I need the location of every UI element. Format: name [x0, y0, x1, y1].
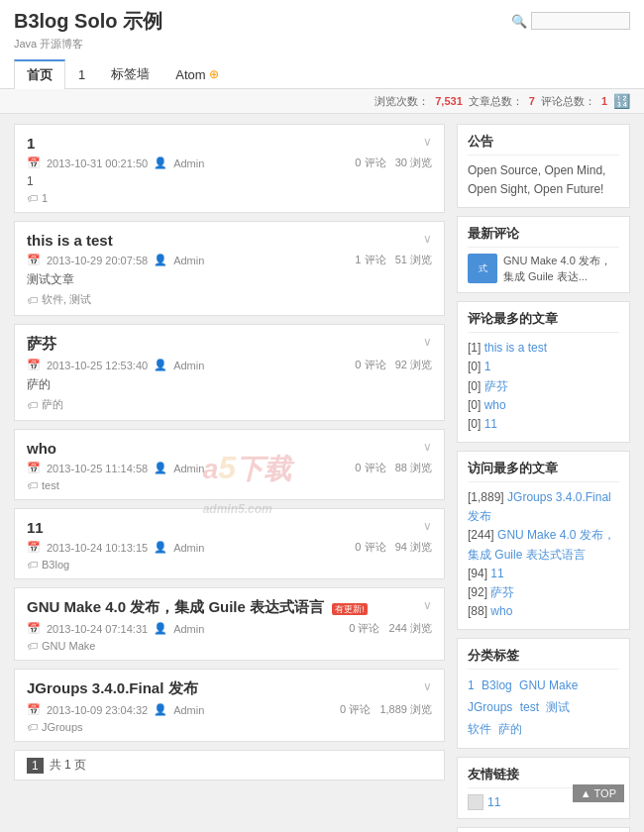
sidebar-most-viewed: 访问最多的文章 [1,889] JGroups 3.4.0.Final 发布 […: [457, 451, 630, 630]
post-author: Admin: [173, 623, 204, 635]
post-title-link[interactable]: this is a test: [27, 232, 113, 249]
post-author: Admin: [173, 255, 204, 266]
search-input[interactable]: [531, 12, 630, 30]
most-comment-link[interactable]: this is a test: [484, 341, 547, 355]
most-comment-link[interactable]: 萨芬: [484, 379, 508, 393]
tag-icon: 🏷: [27, 559, 38, 571]
collapse-arrow[interactable]: ∨: [423, 335, 432, 358]
views-count: 7,531: [435, 95, 463, 107]
post-tags: 🏷 软件, 测试: [27, 292, 432, 307]
post-item: JGroups 3.4.0.Final 发布 ∨ 📅 2013-10-09 23…: [14, 669, 445, 742]
most-comment-link[interactable]: who: [484, 398, 506, 412]
recent-comment-item: 式 GNU Make 4.0 发布，集成 Guile 表达...: [468, 254, 619, 284]
post-date: 2013-10-24 07:14:31: [47, 623, 148, 635]
post-item: 11 ∨ 📅 2013-10-24 10:13:15 👤 Admin 0 评论 …: [14, 508, 445, 579]
content-area: 1 ∨ 📅 2013-10-31 00:21:50 👤 Admin 0 评论 3…: [14, 124, 445, 832]
tag-link[interactable]: 测试: [546, 700, 570, 714]
post-excerpt: 测试文章: [27, 271, 432, 288]
user-icon: 👤: [154, 703, 167, 716]
list-item: [0] who: [468, 396, 619, 415]
collapse-arrow[interactable]: ∨: [423, 679, 432, 702]
post-title-link[interactable]: 1: [27, 135, 35, 152]
search-icon: 🔍: [511, 14, 527, 29]
post-title: 11: [27, 519, 44, 536]
stats-bar: 浏览次数： 7,531 文章总数： 7 评论总数： 1 🔢: [0, 89, 644, 114]
tag-link[interactable]: GNU Make: [519, 678, 578, 692]
post-author: Admin: [173, 463, 204, 474]
collapse-arrow[interactable]: ∨: [423, 519, 432, 540]
top-button[interactable]: ▲ TOP: [573, 784, 624, 802]
most-viewed-link[interactable]: 萨芬: [490, 585, 514, 599]
list-item: [0] 11: [468, 415, 619, 434]
nav-item-1[interactable]: 1: [65, 61, 98, 87]
most-comment-link[interactable]: 1: [484, 360, 491, 373]
post-title-link[interactable]: JGroups 3.4.0.Final 发布: [27, 679, 198, 696]
post-date: 2013-10-29 20:07:58: [47, 255, 148, 266]
cal-icon: 📅: [27, 254, 41, 266]
post-meta: 📅 2013-10-24 10:13:15 👤 Admin 0 评论 94 浏览: [27, 540, 432, 555]
collapse-arrow[interactable]: ∨: [423, 135, 432, 156]
nav-item-atom[interactable]: Atom ⊕: [162, 61, 231, 87]
post-author: Admin: [173, 542, 204, 554]
post-author: Admin: [173, 157, 204, 169]
post-item: 1 ∨ 📅 2013-10-31 00:21:50 👤 Admin 0 评论 3…: [14, 124, 445, 213]
post-stats: 0 评论 244 浏览: [349, 621, 432, 636]
current-page[interactable]: 1: [27, 758, 44, 774]
post-date: 2013-10-25 11:14:58: [47, 463, 148, 474]
post-item: who ∨ 📅 2013-10-25 11:14:58 👤 Admin 0 评论…: [14, 429, 445, 500]
tag-link[interactable]: JGroups: [468, 700, 512, 714]
tag-icon: 🏷: [27, 192, 38, 204]
nav-item-home[interactable]: 首页: [14, 59, 65, 89]
nav-item-tags[interactable]: 标签墙: [98, 59, 162, 88]
comment-text: GNU Make 4.0 发布，集成 Guile 表达...: [503, 254, 619, 284]
nav-bar: 首页 1 标签墙 Atom ⊕: [14, 59, 630, 88]
post-title-link[interactable]: who: [27, 440, 56, 457]
post-stats: 0 评论 94 浏览: [355, 540, 432, 555]
sidebar-announcement: 公告 Open Source, Open Mind,Open Sight, Op…: [457, 124, 630, 208]
post-title-link[interactable]: 11: [27, 519, 44, 536]
most-comments-list: [1] this is a test [0] 1 [0] 萨芬 [0] who …: [468, 339, 619, 434]
post-excerpt: 萨的: [27, 376, 432, 393]
tag-link[interactable]: B3log: [482, 678, 512, 692]
collapse-arrow[interactable]: ∨: [423, 232, 432, 253]
cal-icon: 📅: [27, 359, 41, 371]
list-item: [94] 11: [468, 565, 619, 583]
sidebar-announcement-title: 公告: [468, 133, 619, 156]
cal-icon: 📅: [27, 462, 41, 474]
sidebar-tags: 分类标签 1 B3log GNU Make JGroups test 测试 软件…: [457, 638, 630, 749]
friend-icon: [468, 794, 483, 810]
post-author: Admin: [173, 360, 204, 371]
comment-avatar: 式: [468, 254, 497, 283]
comments-count: 1: [601, 95, 607, 107]
sidebar-recent-comment-title: 最新评论: [468, 225, 619, 248]
sidebar-most-viewed-title: 访问最多的文章: [468, 460, 619, 482]
cal-icon: 📅: [27, 703, 41, 716]
tag-link[interactable]: 1: [468, 678, 475, 692]
most-viewed-link[interactable]: who: [490, 604, 512, 618]
tag-link[interactable]: 软件: [468, 722, 491, 736]
collapse-arrow[interactable]: ∨: [423, 440, 432, 461]
most-viewed-link[interactable]: 11: [490, 567, 503, 580]
most-viewed-list: [1,889] JGroups 3.4.0.Final 发布 [244] GNU…: [468, 488, 619, 621]
post-title-link[interactable]: 萨芬: [27, 335, 56, 352]
post-tags: 🏷 JGroups: [27, 721, 432, 733]
post-tags: 🏷 1: [27, 192, 432, 204]
post-tags: 🏷 萨的: [27, 397, 432, 412]
tag-link[interactable]: test: [520, 700, 539, 714]
articles-label: 文章总数：: [469, 94, 523, 109]
post-title: this is a test: [27, 232, 113, 249]
sidebar-announcement-content: Open Source, Open Mind,Open Sight, Open …: [468, 161, 619, 199]
post-stats: 0 评论 1,889 浏览: [340, 702, 432, 717]
tag-icon: 🏷: [27, 399, 38, 411]
collapse-arrow[interactable]: ∨: [423, 598, 432, 612]
tag-cloud: 1 B3log GNU Make JGroups test 测试 软件 萨的: [468, 676, 619, 740]
most-comment-link[interactable]: 11: [484, 417, 497, 431]
user-icon: 👤: [154, 156, 167, 169]
post-date: 2013-10-25 12:53:40: [47, 360, 148, 371]
sidebar-most-comments-title: 评论最多的文章: [468, 310, 619, 333]
list-item: [0] 1: [468, 358, 619, 376]
post-title-link[interactable]: GNU Make 4.0 发布，集成 Guile 表达式语言 有更新!: [27, 598, 368, 615]
friend-link[interactable]: 11: [487, 795, 500, 809]
post-item: GNU Make 4.0 发布，集成 Guile 表达式语言 有更新! ∨ 📅 …: [14, 587, 445, 661]
tag-link[interactable]: 萨的: [498, 722, 522, 736]
